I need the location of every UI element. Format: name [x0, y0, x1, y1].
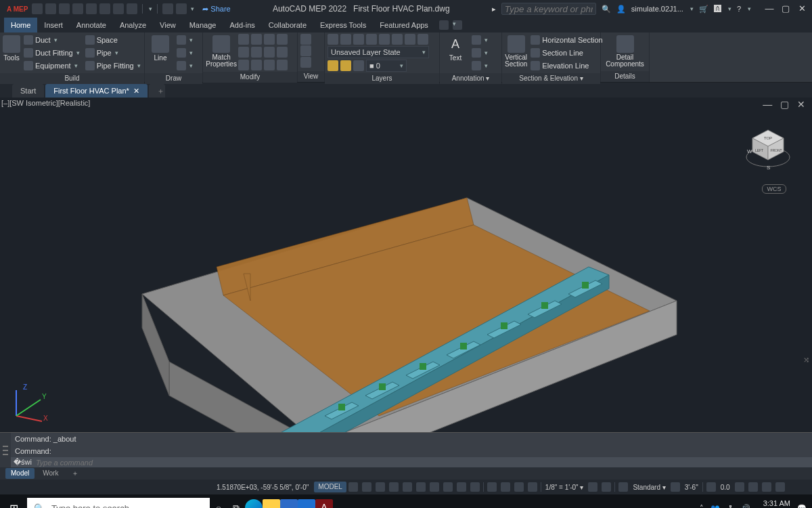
- scale-icon[interactable]: [277, 34, 288, 45]
- layer-tool-icon[interactable]: [328, 34, 338, 45]
- status-clean-icon[interactable]: [760, 481, 773, 493]
- model-canvas[interactable]: [0, 98, 812, 432]
- status-custom-icon[interactable]: [773, 481, 787, 493]
- table-icon[interactable]: [472, 61, 481, 70]
- mirror-icon[interactable]: [251, 47, 262, 58]
- tools-button[interactable]: Tools: [3, 34, 20, 62]
- qat-undo-icon[interactable]: [99, 3, 110, 14]
- tray-overflow-icon[interactable]: ˄: [700, 504, 704, 509]
- circle-icon[interactable]: [177, 48, 186, 58]
- share-button[interactable]: ➦ Share: [202, 5, 230, 14]
- status-filter-icon[interactable]: [512, 481, 526, 493]
- signin-icon[interactable]: 👤: [616, 5, 626, 14]
- status-hardware-icon[interactable]: [733, 481, 746, 493]
- windows-search-input[interactable]: 🔍 Type here to search: [27, 498, 210, 508]
- view-cube[interactable]: TOP LEFT FRONT W S: [744, 125, 792, 172]
- task-mail-icon[interactable]: [298, 499, 315, 508]
- tab-analyze[interactable]: Analyze: [113, 18, 153, 33]
- copy-icon[interactable]: [238, 47, 249, 58]
- move-icon[interactable]: [238, 34, 249, 45]
- qat-plot-icon[interactable]: [86, 3, 97, 14]
- current-layer-dropdown[interactable]: ■ 0▾: [366, 60, 407, 72]
- help-search-input[interactable]: [501, 3, 596, 15]
- layout-tab-work[interactable]: Work: [37, 468, 64, 479]
- tab-addins[interactable]: Add-ins: [223, 18, 261, 33]
- task-autocad-icon[interactable]: A: [315, 499, 333, 508]
- elevation-line-button[interactable]: Elevation Line: [528, 60, 604, 72]
- explode-icon[interactable]: [277, 60, 288, 70]
- view-side-icon[interactable]: [300, 45, 311, 56]
- status-style-dropdown[interactable]: Standard ▾: [630, 484, 668, 491]
- tray-volume-icon[interactable]: 🔊: [741, 504, 750, 509]
- cart-icon[interactable]: 🛒: [699, 5, 708, 14]
- tab-featured-apps[interactable]: Featured Apps: [373, 18, 435, 33]
- array-icon[interactable]: [277, 47, 288, 58]
- tab-insert[interactable]: Insert: [37, 18, 70, 33]
- layer-tool-icon[interactable]: [379, 34, 390, 45]
- status-isoplane-icon[interactable]: [401, 481, 414, 493]
- layer-tool-icon[interactable]: [405, 34, 415, 45]
- minimize-button[interactable]: —: [762, 3, 777, 14]
- line-button[interactable]: Line: [148, 34, 173, 62]
- qat-open-icon[interactable]: [45, 3, 56, 14]
- search-icon[interactable]: 🔍: [602, 5, 611, 14]
- status-polar-icon[interactable]: [387, 481, 401, 493]
- tab-extra-icon[interactable]: [439, 20, 449, 30]
- stretch-icon[interactable]: [238, 60, 249, 70]
- status-dim-readout[interactable]: 3'-6": [682, 484, 701, 491]
- qat-saveas-icon[interactable]: [72, 3, 83, 14]
- qat-redo-icon[interactable]: [113, 3, 124, 14]
- ucs-icon[interactable]: Z Y X: [8, 386, 51, 425]
- space-button[interactable]: Space: [83, 34, 143, 46]
- status-snap-icon[interactable]: [360, 481, 374, 493]
- view-iso-icon[interactable]: [300, 57, 311, 68]
- horizontal-section-button[interactable]: Horizontal Section: [528, 34, 604, 46]
- status-dynucs-icon[interactable]: [499, 481, 512, 493]
- pipe-fitting-button[interactable]: Pipe Fitting▾: [83, 60, 143, 72]
- vertical-section-button[interactable]: Vertical Section: [505, 34, 527, 68]
- view-top-icon[interactable]: [300, 34, 311, 45]
- status-grid-icon[interactable]: [346, 481, 360, 493]
- layer-tool-icon[interactable]: [353, 34, 364, 45]
- tab-view[interactable]: View: [153, 18, 183, 33]
- equipment-button[interactable]: Equipment▾: [22, 60, 82, 72]
- status-model-button[interactable]: MODEL: [314, 482, 346, 492]
- offset-icon[interactable]: [251, 60, 262, 70]
- trim-icon[interactable]: [264, 34, 275, 45]
- task-explorer-icon[interactable]: [263, 499, 280, 508]
- status-decimal-readout[interactable]: 0.0: [718, 484, 733, 491]
- layer-lock-icon[interactable]: [353, 60, 364, 71]
- qat-new-icon[interactable]: [32, 3, 43, 14]
- tab-annotate[interactable]: Annotate: [70, 18, 113, 33]
- user-label[interactable]: simulate.02J1...: [631, 5, 683, 13]
- detail-components-button[interactable]: Detail Components: [604, 34, 646, 68]
- erase-icon[interactable]: [264, 60, 275, 70]
- match-properties-button[interactable]: Match Properties: [206, 34, 237, 68]
- qat-dropdown-icon[interactable]: ▾: [191, 5, 194, 12]
- layer-tool-icon[interactable]: [340, 34, 351, 45]
- status-replace-icon[interactable]: [704, 481, 718, 493]
- arc-icon[interactable]: [177, 61, 186, 70]
- duct-fitting-button[interactable]: Duct Fitting▾: [22, 47, 82, 59]
- duct-button[interactable]: Duct▾: [22, 34, 82, 46]
- qat-save-icon[interactable]: [59, 3, 70, 14]
- drawing-viewport[interactable]: [–][SW Isometric][Realistic] — ▢ ✕: [0, 98, 812, 432]
- status-scale-dropdown[interactable]: 1/8" = 1'-0" ▾: [543, 484, 587, 491]
- tab-express-tools[interactable]: Express Tools: [313, 18, 373, 33]
- status-osnap-icon[interactable]: [414, 481, 428, 493]
- tray-network-icon[interactable]: 🖧: [727, 504, 734, 508]
- tray-people-icon[interactable]: 👥: [710, 504, 720, 509]
- section-line-button[interactable]: Section Line: [528, 47, 604, 59]
- status-annovis-icon[interactable]: [600, 481, 613, 493]
- close-tab-icon[interactable]: ✕: [133, 84, 139, 98]
- wcs-badge[interactable]: WCS: [762, 184, 786, 194]
- leader-icon[interactable]: [472, 48, 481, 58]
- task-cortana-icon[interactable]: ○: [210, 499, 227, 508]
- status-3dosnap-icon[interactable]: [428, 481, 441, 493]
- qat-print-icon[interactable]: [127, 3, 137, 14]
- task-taskview-icon[interactable]: ⧉: [227, 499, 245, 508]
- layer-state-dropdown[interactable]: Unsaved Layer State▾: [328, 46, 429, 58]
- tray-clock[interactable]: 3:31 AM 1/27/2021: [757, 499, 790, 508]
- dimension-icon[interactable]: [472, 35, 481, 45]
- maximize-button[interactable]: ▢: [778, 3, 793, 14]
